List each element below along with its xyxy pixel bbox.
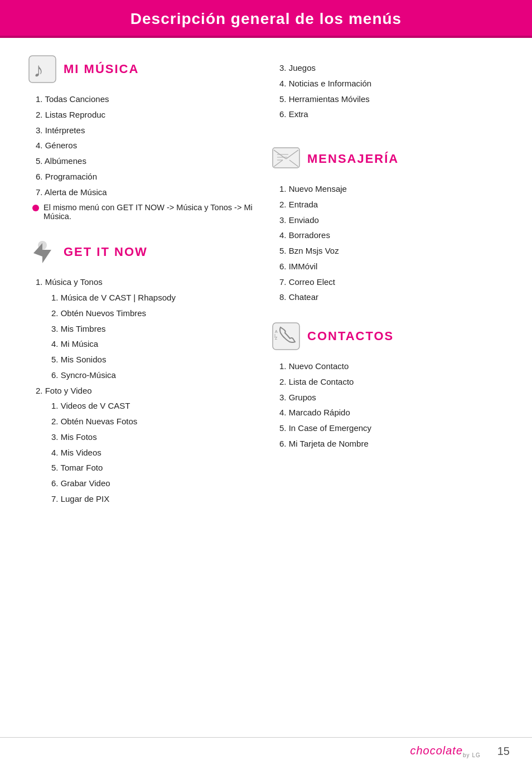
- bullet-dot: [32, 205, 39, 211]
- svg-text:♪: ♪: [33, 59, 43, 81]
- list-item: 6. IMMóvil: [277, 259, 504, 274]
- mi-musica-list: 1. Todas Canciones 2. Listas Reproduc 3.…: [28, 91, 260, 200]
- section-contactos: A Z CONTACTOS 1. Nuevo Contacto 2. Lista…: [272, 322, 504, 452]
- list-item: 5. Tomar Foto: [51, 460, 260, 476]
- list-item: 1. Todas Canciones: [33, 91, 260, 107]
- list-item: 1. Música de V CAST | Rhapsody: [51, 290, 260, 306]
- contactos-icon: A Z: [272, 322, 301, 351]
- svg-marker-3: [33, 243, 51, 263]
- list-item: 7. Alerta de Música: [33, 185, 260, 200]
- list-item: 6. Programación: [33, 169, 260, 185]
- main-content: ♪ MI MÚSICA 1. Todas Canciones 2. Listas…: [0, 38, 532, 535]
- get-it-now-cont-list: 3. Juegos 4. Noticias e Información 5. H…: [272, 60, 504, 122]
- mi-musica-icon: ♪: [28, 55, 57, 84]
- list-item: 3. Mis Fotos: [51, 429, 260, 445]
- list-item: 4. Borradores: [277, 227, 504, 243]
- list-item: 2. Obtén Nuevos Timbres: [51, 306, 260, 321]
- contactos-title-row: A Z CONTACTOS: [272, 322, 504, 351]
- mi-musica-note-text: El mismo menú con GET IT NOW -> Música y…: [43, 203, 260, 221]
- list-item: 2. Listas Reproduc: [33, 107, 260, 123]
- mi-musica-title: MI MÚSICA: [64, 62, 139, 76]
- foto-video-sublist: 1. Videos de V CAST 2. Obtén Nuevas Foto…: [36, 398, 260, 506]
- mi-musica-note: El mismo menú con GET IT NOW -> Música y…: [28, 203, 260, 221]
- list-item: 2. Entrada: [277, 197, 504, 212]
- mensajeria-icon: [272, 144, 301, 173]
- list-item: 6. Mi Tarjeta de Nombre: [277, 436, 504, 452]
- list-item: 1. Música y Tonos 1. Música de V CAST | …: [33, 274, 260, 382]
- list-item: 6. Grabar Video: [51, 476, 260, 491]
- list-item: 3. Intérpretes: [33, 123, 260, 138]
- list-item: 3. Juegos: [277, 60, 504, 76]
- get-it-now-title-row: GET IT NOW: [28, 238, 260, 267]
- list-item: 1. Nuevo Contacto: [277, 359, 504, 374]
- list-item: 3. Grupos: [277, 390, 504, 405]
- get-it-now-title: GET IT NOW: [64, 245, 148, 259]
- section-mi-musica: ♪ MI MÚSICA 1. Todas Canciones 2. Listas…: [28, 55, 260, 221]
- list-item: 6. Syncro-Música: [51, 367, 260, 383]
- section-get-it-now: GET IT NOW 1. Música y Tonos 1. Música d…: [28, 238, 260, 506]
- list-item: 7. Correo Elect: [277, 274, 504, 290]
- mensajeria-list: 1. Nuevo Mensaje 2. Entrada 3. Enviado 4…: [272, 181, 504, 305]
- header-title: Descripción general de los menús: [130, 10, 402, 27]
- right-column: 3. Juegos 4. Noticias e Información 5. H…: [272, 55, 504, 524]
- musica-tonos-sublist: 1. Música de V CAST | Rhapsody 2. Obtén …: [36, 290, 260, 383]
- get-it-now-list: 1. Música y Tonos 1. Música de V CAST | …: [28, 274, 260, 506]
- list-item: 4. Géneros: [33, 138, 260, 153]
- list-item: 5. Mis Sonidos: [51, 352, 260, 367]
- list-item: 2. Obtén Nuevas Fotos: [51, 414, 260, 429]
- list-item: 2. Foto y Video 1. Videos de V CAST 2. O…: [33, 383, 260, 507]
- list-item: 4. Marcado Rápido: [277, 405, 504, 420]
- list-item: 5. Herramientas Móviles: [277, 91, 504, 107]
- list-item: 4. Mi Música: [51, 336, 260, 352]
- list-item: 1. Nuevo Mensaje: [277, 181, 504, 197]
- list-item: 5. Albúmenes: [33, 153, 260, 169]
- page-number: 15: [497, 745, 510, 758]
- list-item: 8. Chatear: [277, 289, 504, 305]
- list-item: 3. Mis Timbres: [51, 321, 260, 337]
- contactos-list: 1. Nuevo Contacto 2. Lista de Contacto 3…: [272, 359, 504, 452]
- left-column: ♪ MI MÚSICA 1. Todas Canciones 2. Listas…: [28, 55, 260, 524]
- list-item: 7. Lugar de PIX: [51, 491, 260, 507]
- brand-name: chocolateby LG: [410, 744, 480, 758]
- mensajeria-title-row: MENSAJERÍA: [272, 144, 504, 173]
- section-mensajeria: MENSAJERÍA 1. Nuevo Mensaje 2. Entrada 3…: [272, 144, 504, 305]
- mensajeria-title: MENSAJERÍA: [307, 152, 399, 166]
- list-item: 4. Noticias e Información: [277, 76, 504, 91]
- svg-text:Z: Z: [275, 336, 278, 340]
- brand-text: chocolate: [410, 744, 463, 757]
- section-get-it-now-cont: 3. Juegos 4. Noticias e Información 5. H…: [272, 55, 504, 122]
- contactos-title: CONTACTOS: [307, 329, 394, 343]
- list-item: 5. Bzn Msjs Voz: [277, 243, 504, 259]
- list-item: 2. Lista de Contacto: [277, 374, 504, 390]
- list-item: 4. Mis Videos: [51, 445, 260, 461]
- list-item: 6. Extra: [277, 106, 504, 122]
- list-item: 5. In Case of Emergency: [277, 420, 504, 436]
- page-footer: chocolateby LG 15: [0, 737, 532, 765]
- list-item: 1. Videos de V CAST: [51, 398, 260, 414]
- page-header: Descripción general de los menús: [0, 0, 532, 36]
- mi-musica-title-row: ♪ MI MÚSICA: [28, 55, 260, 84]
- get-it-now-icon: [28, 238, 57, 267]
- svg-text:A: A: [275, 330, 278, 333]
- list-item: 3. Enviado: [277, 212, 504, 228]
